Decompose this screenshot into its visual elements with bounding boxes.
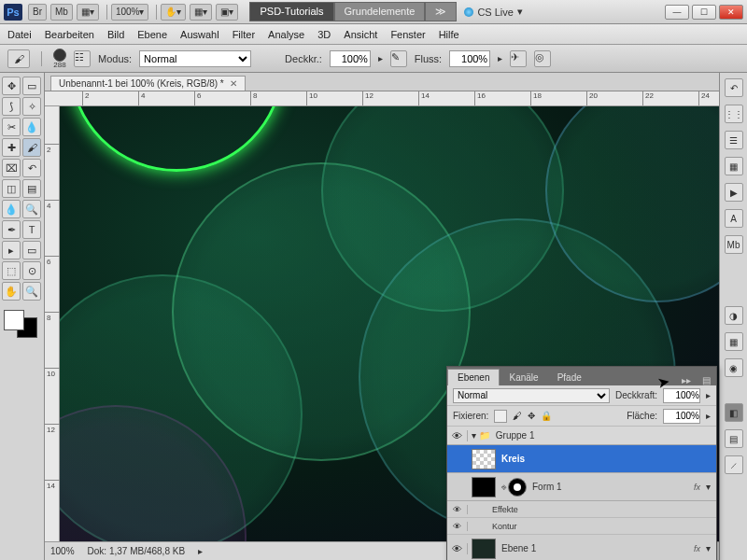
hand-tool-shortcut[interactable]: ✋▾ xyxy=(161,4,186,21)
current-tool-icon[interactable]: 🖌 xyxy=(7,49,30,68)
brush-tool[interactable]: 🖌 xyxy=(22,138,41,157)
menu-fenster[interactable]: Fenster xyxy=(390,29,425,40)
dodge-tool[interactable]: 🔍 xyxy=(22,200,41,218)
dock-swatches-icon[interactable]: ▦ xyxy=(725,332,743,351)
zoom-tool[interactable]: 🔍 xyxy=(22,282,41,301)
flow-arrow[interactable]: ▸ xyxy=(498,53,502,63)
eraser-tool[interactable]: ◫ xyxy=(2,179,21,198)
hand-tool[interactable]: ✋ xyxy=(2,282,21,301)
layer-ebene1[interactable]: 👁 Ebene 1 fx▾ xyxy=(447,535,716,560)
fx-effekte[interactable]: 👁Effekte xyxy=(447,501,716,518)
eyedropper-tool[interactable]: 💧 xyxy=(22,118,41,136)
opacity-pressure-icon[interactable]: ✎ xyxy=(390,50,407,67)
panel-menu-icon[interactable]: ▤ xyxy=(697,375,716,385)
blur-tool[interactable]: 💧 xyxy=(2,200,21,218)
gradient-tool[interactable]: ▤ xyxy=(22,179,41,198)
status-zoom[interactable]: 100% xyxy=(50,546,75,556)
layer-form1[interactable]: ⎆ Form 1 fx▾ xyxy=(447,473,716,501)
bridge-button[interactable]: Br xyxy=(28,4,47,21)
fx-kontur[interactable]: 👁Kontur xyxy=(447,518,716,535)
dock-properties-icon[interactable]: ☰ xyxy=(725,131,743,149)
dock-history-icon[interactable]: ↶ xyxy=(725,78,743,97)
dock-play-icon[interactable]: ▶ xyxy=(725,183,743,202)
color-swatches[interactable] xyxy=(2,308,39,340)
minimize-button[interactable]: — xyxy=(665,5,689,20)
workspace-tab-psd-tutorials[interactable]: PSD-Tutorials xyxy=(249,2,333,21)
lock-pixels-icon[interactable]: 🖌 xyxy=(513,411,522,421)
path-select-tool[interactable]: ▸ xyxy=(2,241,21,259)
arrange-docs-button[interactable]: ▦▾ xyxy=(190,4,212,21)
dock-channels-icon[interactable]: ▤ xyxy=(725,429,743,448)
marquee-tool[interactable]: ▭ xyxy=(22,77,41,95)
layer-group[interactable]: 👁 ▾ 📁 Gruppe 1 xyxy=(447,427,716,445)
visibility-toggle[interactable]: 👁 xyxy=(447,430,468,441)
menu-analyse[interactable]: Analyse xyxy=(268,29,304,40)
status-doc-size[interactable]: Dok: 1,37 MB/468,8 KB xyxy=(88,546,186,556)
airbrush-icon[interactable]: ✈ xyxy=(510,50,527,67)
tab-pfade[interactable]: Pfade xyxy=(548,370,591,385)
magic-wand-tool[interactable]: ✧ xyxy=(22,97,41,116)
minibridge-button[interactable]: Mb xyxy=(50,4,73,21)
menu-bild[interactable]: Bild xyxy=(107,29,124,40)
close-tab-icon[interactable]: ✕ xyxy=(230,78,237,89)
opacity-input[interactable] xyxy=(330,50,371,67)
menu-hilfe[interactable]: Hilfe xyxy=(439,29,459,40)
dock-brushes-icon[interactable]: ▦ xyxy=(725,157,743,175)
opacity-arrow[interactable]: ▸ xyxy=(378,53,383,63)
menu-3d[interactable]: 3D xyxy=(317,29,331,40)
3d-camera-tool[interactable]: ⊙ xyxy=(22,261,41,280)
tablet-pressure-icon[interactable]: ◎ xyxy=(534,50,551,67)
move-tool[interactable]: ✥ xyxy=(2,77,21,95)
menu-ebene[interactable]: Ebene xyxy=(137,29,167,40)
fill-input[interactable] xyxy=(663,409,700,424)
menu-auswahl[interactable]: Auswahl xyxy=(180,29,219,40)
menu-ansicht[interactable]: Ansicht xyxy=(344,29,377,40)
layer-thumbnail[interactable] xyxy=(472,539,496,559)
layer-thumbnail[interactable] xyxy=(472,477,496,497)
zoom-level-dropdown[interactable]: 100% ▾ xyxy=(111,4,149,21)
crop-tool[interactable]: ✂ xyxy=(2,118,21,136)
brush-panel-toggle[interactable]: ☷ xyxy=(74,50,91,67)
flow-input[interactable] xyxy=(449,50,490,67)
view-extras-button[interactable]: ▦▾ xyxy=(77,4,99,21)
brush-preset-picker[interactable]: 288 xyxy=(53,49,66,69)
lock-transparent-icon[interactable] xyxy=(494,410,507,423)
screen-mode-button[interactable]: ▣▾ xyxy=(216,4,238,21)
dock-mb-icon[interactable]: Mb xyxy=(725,235,743,254)
layers-panel[interactable]: Ebenen Kanäle Pfade ▸▸ ▤ Normal Deckkraf… xyxy=(446,366,717,560)
cs-live-button[interactable]: CS Live ▾ xyxy=(464,6,523,18)
maximize-button[interactable]: ☐ xyxy=(692,5,716,20)
dock-actions-icon[interactable]: ⋮⋮ xyxy=(725,105,743,123)
dock-character-icon[interactable]: A xyxy=(725,209,743,228)
lock-position-icon[interactable]: ✥ xyxy=(528,411,535,421)
menu-bearbeiten[interactable]: Bearbeiten xyxy=(45,29,94,40)
healing-brush-tool[interactable]: ✚ xyxy=(2,138,21,157)
blend-mode-select[interactable]: Normal xyxy=(139,50,251,67)
document-tab[interactable]: Unbenannt-1 bei 100% (Kreis, RGB/8) *✕ xyxy=(50,76,246,91)
dock-styles-icon[interactable]: ◉ xyxy=(725,358,743,377)
3d-tool[interactable]: ⬚ xyxy=(2,261,21,280)
layer-opacity-input[interactable] xyxy=(663,388,700,403)
tab-kanaele[interactable]: Kanäle xyxy=(500,370,547,385)
shape-tool[interactable]: ▭ xyxy=(22,241,41,259)
menu-datei[interactable]: Datei xyxy=(7,29,32,40)
tab-ebenen[interactable]: Ebenen xyxy=(447,369,500,385)
vector-mask-thumbnail[interactable] xyxy=(508,478,527,497)
workspace-more[interactable]: ≫ xyxy=(425,2,457,21)
clone-stamp-tool[interactable]: ⌧ xyxy=(2,159,21,177)
dock-layers-icon[interactable]: ◧ xyxy=(725,403,743,422)
lock-all-icon[interactable]: 🔒 xyxy=(541,411,552,421)
pen-tool[interactable]: ✒ xyxy=(2,220,21,239)
dock-paths-icon[interactable]: ⟋ xyxy=(725,455,743,474)
lasso-tool[interactable]: ⟆ xyxy=(2,97,21,116)
layer-blend-select[interactable]: Normal xyxy=(453,388,610,403)
close-button[interactable]: ✕ xyxy=(719,5,743,20)
layer-kreis[interactable]: Kreis xyxy=(447,445,716,473)
panel-collapse-icon[interactable]: ▸▸ xyxy=(676,375,697,385)
history-brush-tool[interactable]: ↶ xyxy=(22,159,41,177)
layer-thumbnail[interactable] xyxy=(472,449,496,469)
menu-filter[interactable]: Filter xyxy=(233,29,255,40)
dock-color-icon[interactable]: ◑ xyxy=(725,306,743,325)
workspace-tab-grundelemente[interactable]: Grundelemente xyxy=(334,2,426,21)
visibility-toggle[interactable]: 👁 xyxy=(447,543,468,554)
